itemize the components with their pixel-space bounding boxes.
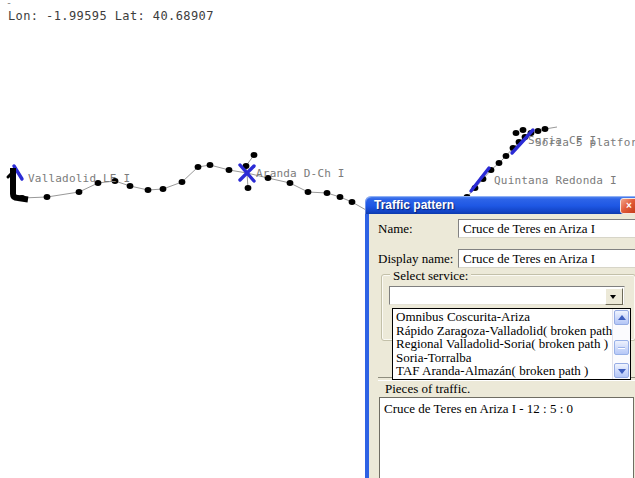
route-waypoint-dot[interactable]: [44, 194, 51, 200]
dropdown-scrollbar[interactable]: [612, 309, 630, 379]
dialog-body: Name: Display name: Select service: Omni…: [365, 214, 635, 478]
chevron-down-icon: [618, 369, 626, 374]
traffic-pattern-dialog: Traffic pattern × Name: Display name: Se…: [365, 196, 635, 478]
map-station-label: Quintana Redonda I: [494, 174, 617, 187]
map-station-label: Soria 5 platform I: [535, 136, 635, 149]
route-waypoint-dot[interactable]: [513, 130, 520, 136]
route-waypoint-dot[interactable]: [337, 194, 344, 200]
name-label: Name:: [378, 221, 413, 237]
traffic-piece-item[interactable]: Cruce de Teres en Ariza I - 12 : 5 : 0: [380, 398, 633, 417]
pieces-of-traffic-label: Pieces of traffic.: [385, 381, 470, 397]
scrollbar-thumb[interactable]: [614, 340, 629, 355]
service-options: Omnibus Coscurita-ArizaRápido Zaragoza-V…: [393, 310, 613, 379]
route-waypoint-dot[interactable]: [226, 167, 233, 173]
route-waypoint-dot[interactable]: [503, 153, 510, 159]
scroll-down-button[interactable]: [614, 363, 629, 378]
route-waypoint-dot[interactable]: [324, 190, 331, 196]
service-option[interactable]: Regional Valladolid-Soria( broken path ): [393, 337, 613, 351]
service-option[interactable]: TAF Aranda-Almazán( broken path ): [393, 364, 613, 378]
service-dropdown-list: Omnibus Coscurita-ArizaRápido Zaragoza-V…: [392, 308, 631, 380]
route-waypoint-dot[interactable]: [145, 187, 152, 193]
route-waypoint-dot[interactable]: [496, 160, 503, 166]
route-waypoint-dot[interactable]: [76, 189, 83, 195]
map-station-label: Valladolid LE I: [28, 172, 130, 185]
map-station-label: Aranda D-Ch I: [256, 167, 345, 180]
dialog-title: Traffic pattern: [374, 198, 454, 212]
display-name-input[interactable]: [458, 249, 635, 268]
service-option[interactable]: Omnibus Coscurita-Ariza: [393, 310, 613, 324]
route-waypoint-dot[interactable]: [207, 162, 214, 168]
route-waypoint-dot[interactable]: [245, 185, 252, 191]
display-name-label: Display name:: [378, 251, 453, 267]
name-input[interactable]: [458, 219, 635, 238]
dialog-titlebar[interactable]: Traffic pattern ×: [365, 196, 635, 214]
close-button[interactable]: ×: [620, 198, 635, 214]
chevron-down-icon: [610, 295, 616, 299]
route-waypoint-dot[interactable]: [195, 164, 202, 170]
route-waypoint-dot[interactable]: [520, 127, 527, 133]
route-waypoint-dot[interactable]: [305, 189, 312, 195]
chevron-up-icon: [618, 315, 626, 320]
route-waypoint-dot[interactable]: [160, 186, 167, 192]
scroll-up-button[interactable]: [614, 310, 629, 325]
close-icon: ×: [626, 200, 632, 211]
select-service-label: Select service:: [390, 268, 471, 284]
route-waypoint-dots: [19, 126, 549, 205]
service-combobox[interactable]: [389, 286, 625, 305]
route-waypoint-dot[interactable]: [179, 179, 186, 185]
service-option[interactable]: Rápido Zaragoza-Valladolid( broken path …: [393, 324, 613, 338]
map-editor-window: - Lon: -1.99595 Lat: 40.68907 Valladolid…: [0, 0, 635, 478]
service-option[interactable]: Soria-Torralba: [393, 351, 613, 365]
route-waypoint-dot[interactable]: [542, 126, 549, 132]
pieces-of-traffic-list[interactable]: Cruce de Teres en Ariza I - 12 : 5 : 0: [379, 397, 634, 478]
route-waypoint-dot[interactable]: [251, 152, 258, 158]
combo-dropdown-button[interactable]: [605, 288, 623, 305]
route-waypoint-dot[interactable]: [287, 180, 294, 186]
route-waypoint-dot[interactable]: [349, 199, 356, 205]
